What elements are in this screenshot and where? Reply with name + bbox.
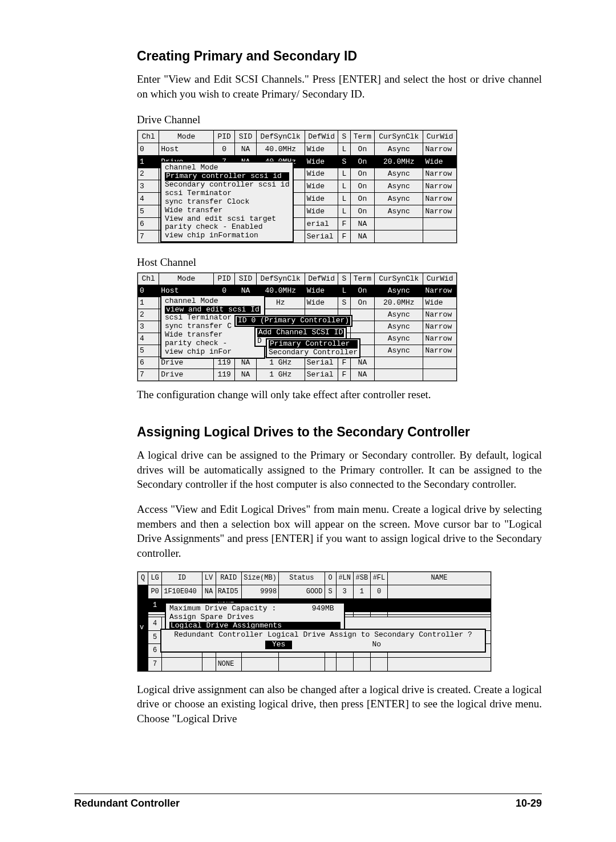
menu-item[interactable]: parity check - xyxy=(165,339,261,348)
confirm-dialog[interactable]: Redundant Controller Logical Drive Assig… xyxy=(160,629,486,653)
col-curwid: CurWid xyxy=(423,130,457,143)
paragraph: Access "View and Edit Logical Drives" fr… xyxy=(137,502,542,561)
menu-item[interactable]: sync transfer Clock xyxy=(165,198,289,207)
menu-item[interactable]: view chip inFormation xyxy=(165,232,289,240)
menu-item[interactable]: scsi Terminator xyxy=(165,189,289,198)
menu-item-selected[interactable]: Add Channel SCSI ID xyxy=(257,329,344,337)
col-s: S xyxy=(338,130,350,143)
table-header-row: Chl Mode PID SID DefSynClk DefWid S Term… xyxy=(138,130,457,143)
logical-drive-screenshot: QLG IDLV RAIDSize(MB) StatusO #LN#SB #FL… xyxy=(137,571,492,672)
paragraph: A logical drive can be assigned to the P… xyxy=(137,448,542,492)
menu-item-selected[interactable]: Primary Controller xyxy=(269,340,358,349)
table-row: 7Drive 119NA 1 GHzSerial FNA xyxy=(138,369,457,380)
menu-item[interactable]: View and edit scsi target xyxy=(165,215,289,224)
menu-item[interactable]: view chip inFor xyxy=(165,348,261,357)
menu-item-selected[interactable]: view and edit scsi Id xyxy=(165,306,261,314)
host-context-menu-1[interactable]: channel Mode view and edit scsi Id scsi … xyxy=(160,295,265,359)
table-header-row: QLG IDLV RAIDSize(MB) StatusO #LN#SB #FL… xyxy=(138,572,491,585)
heading-creating-id: Creating Primary and Secondary ID xyxy=(137,48,542,64)
col-mode: Mode xyxy=(159,130,214,143)
table-row: v v v v v v s v P01F10E040 NARAID5 9998G… xyxy=(138,585,491,599)
menu-item[interactable]: Secondary Controller xyxy=(269,349,358,357)
host-channel-caption: Host Channel xyxy=(137,255,542,270)
menu-item-selected[interactable]: Primary controller scsi id xyxy=(165,172,289,181)
host-context-menu-2[interactable]: ID 0 (Primary Controller) xyxy=(234,315,352,327)
menu-item[interactable]: Wide transfer xyxy=(165,331,261,339)
footer-page-number: 10-29 xyxy=(516,798,542,809)
menu-item[interactable]: Maximum Drive Capacity : 949MB xyxy=(169,605,341,613)
closing-paragraph: Logical drive assignment can also be cha… xyxy=(137,682,542,726)
intro-paragraph: Enter "View and Edit SCSI Channels." Pre… xyxy=(137,72,542,101)
col-sid: SID xyxy=(235,130,256,143)
table-row: 7 NONE xyxy=(138,658,491,671)
menu-item[interactable]: parity check - Enabled xyxy=(165,223,289,232)
table-row: 0Host 0NA 40.0MHzWide LOn AsyncNarrow xyxy=(138,143,457,155)
menu-item[interactable]: Assign Spare Drives xyxy=(169,613,341,622)
menu-item[interactable]: channel Mode xyxy=(165,164,289,172)
drive-channel-screenshot: Chl Mode PID SID DefSynClk DefWid S Term… xyxy=(137,129,457,244)
drive-context-menu[interactable]: channel Mode Primary controller scsi id … xyxy=(160,161,294,242)
config-change-note: The configuration change will only take … xyxy=(137,387,542,402)
page-footer: Redundant Controller 10-29 xyxy=(74,794,542,809)
menu-item[interactable]: channel Mode xyxy=(165,297,261,306)
sidebar-markers: v v v v v v s v xyxy=(138,585,148,671)
host-channel-screenshot: ChlMode PIDSID DefSynClkDefWid STerm Cur… xyxy=(137,272,457,382)
col-defwid: DefWid xyxy=(305,130,338,143)
table-header-row: ChlMode PIDSID DefSynClkDefWid STerm Cur… xyxy=(138,273,457,285)
no-button[interactable]: No xyxy=(372,641,381,649)
col-cursynclk: CurSynClk xyxy=(375,130,423,143)
col-defsynclk: DefSynClk xyxy=(256,130,305,143)
capacity-menu[interactable]: Maximum Drive Capacity : 949MB Assign Sp… xyxy=(165,602,345,633)
col-chl: Chl xyxy=(138,130,159,143)
heading-assigning-ld: Assigning Logical Drives to the Secondar… xyxy=(137,424,542,440)
col-term: Term xyxy=(350,130,375,143)
yes-button[interactable]: Yes xyxy=(265,641,292,649)
confirm-text: Redundant Controller Logical Drive Assig… xyxy=(165,631,481,639)
menu-item[interactable]: Secondary controller scsi id xyxy=(165,181,289,189)
menu-item[interactable]: Wide transfer xyxy=(165,207,289,215)
footer-title: Redundant Controller xyxy=(74,798,180,809)
drive-channel-caption: Drive Channel xyxy=(137,112,542,127)
menu-item-selected[interactable]: ID 0 (Primary Controller) xyxy=(237,317,350,325)
col-pid: PID xyxy=(214,130,235,143)
host-context-menu-4[interactable]: Primary Controller Secondary Controller xyxy=(266,338,360,359)
